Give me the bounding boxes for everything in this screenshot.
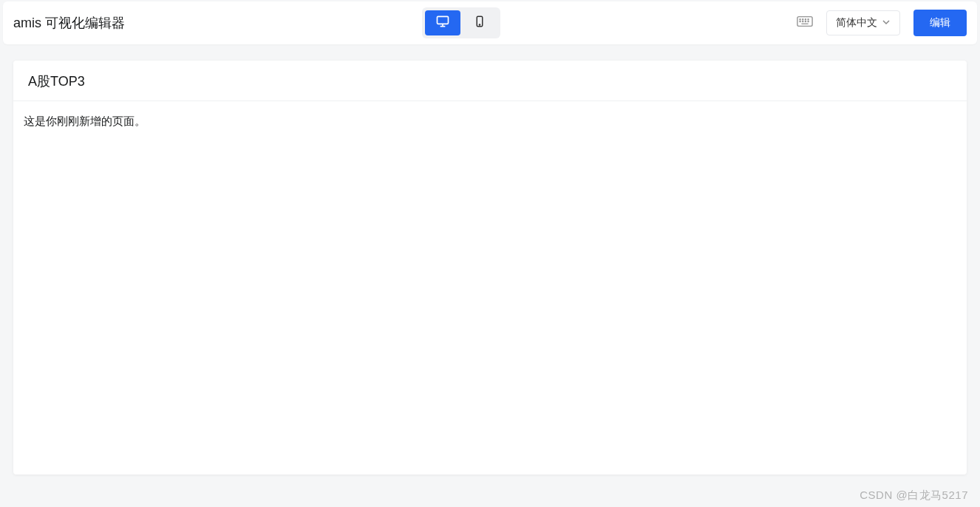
header-left: amis 可视化编辑器 — [13, 14, 125, 32]
desktop-icon — [435, 14, 450, 32]
watermark: CSDN @白龙马5217 — [860, 489, 968, 503]
svg-point-13 — [808, 21, 809, 21]
keyboard-icon — [797, 16, 813, 30]
page-card-body: 这是你刚刚新增的页面。 — [13, 101, 967, 142]
app-title: amis 可视化编辑器 — [13, 14, 125, 32]
app-header: amis 可视化编辑器 — [3, 1, 977, 44]
device-toggle-group — [422, 7, 500, 38]
svg-point-12 — [805, 21, 806, 21]
svg-point-6 — [800, 19, 800, 20]
svg-point-4 — [479, 24, 480, 25]
header-right: 简体中文 编辑 — [797, 10, 967, 36]
mobile-icon — [473, 15, 486, 31]
svg-rect-0 — [437, 16, 448, 24]
language-select[interactable]: 简体中文 — [826, 10, 900, 35]
edit-button[interactable]: 编辑 — [913, 10, 967, 36]
svg-point-10 — [800, 21, 800, 21]
language-select-label: 简体中文 — [836, 16, 877, 30]
svg-point-8 — [805, 19, 806, 20]
page-title: A股TOP3 — [28, 72, 952, 90]
svg-point-11 — [803, 21, 803, 21]
chevron-down-icon — [882, 17, 891, 29]
page-card: A股TOP3 这是你刚刚新增的页面。 — [13, 61, 967, 474]
svg-point-7 — [803, 19, 803, 20]
svg-point-9 — [808, 19, 809, 20]
workspace: A股TOP3 这是你刚刚新增的页面。 — [0, 44, 980, 488]
page-card-header: A股TOP3 — [13, 61, 967, 101]
page-body-text: 这是你刚刚新增的页面。 — [24, 115, 956, 129]
header-center — [125, 7, 797, 38]
desktop-view-button[interactable] — [425, 10, 460, 35]
keyboard-shortcuts-button[interactable] — [797, 16, 813, 30]
mobile-view-button[interactable] — [462, 10, 497, 35]
